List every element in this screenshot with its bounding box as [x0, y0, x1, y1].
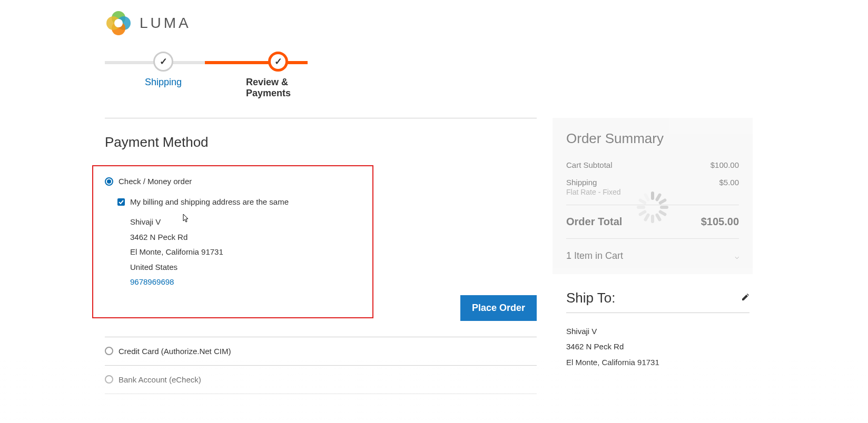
- ship-to-title: Ship To:: [566, 290, 615, 306]
- step-review-label: Review & Payments: [246, 77, 310, 99]
- progress-line-review: [205, 61, 308, 64]
- order-summary-title: Order Summary: [566, 130, 739, 147]
- order-summary-panel: Order Summary Cart Subtotal $100.00 Ship…: [553, 118, 753, 274]
- place-order-button[interactable]: Place Order: [460, 295, 537, 321]
- step-shipping[interactable]: ✓ Shipping: [145, 52, 182, 88]
- step-review-circle: ✓: [268, 52, 288, 72]
- ship-to-name: Shivaji V: [566, 324, 749, 339]
- luma-logo-icon: [105, 9, 132, 37]
- billing-street: 3462 N Peck Rd: [130, 230, 361, 245]
- summary-shipping-value: $5.00: [719, 178, 739, 187]
- summary-shipping-label: Shipping: [566, 178, 597, 187]
- step-shipping-circle: ✓: [153, 52, 173, 72]
- step-shipping-label[interactable]: Shipping: [145, 77, 182, 88]
- checkout-progress: ✓ Shipping ✓ Review & Payments: [105, 52, 310, 94]
- radio-selected-icon: [105, 177, 113, 186]
- payment-option-bank-echeck[interactable]: Bank Account (eCheck): [105, 366, 537, 394]
- summary-subtotal-label: Cart Subtotal: [566, 160, 613, 169]
- check-icon: ✓: [274, 56, 282, 67]
- payment-option-check-money-label: Check / Money order: [119, 177, 192, 186]
- edit-icon[interactable]: [741, 293, 749, 303]
- payment-option-check-money[interactable]: Check / Money order: [105, 177, 361, 188]
- checkbox-checked-icon: [117, 198, 125, 206]
- header: LUMA ✓ Shipping ✓ Review & Payments: [105, 0, 763, 98]
- payment-check-money-panel: Check / Money order My billing and shipp…: [92, 165, 373, 318]
- check-icon: ✓: [160, 56, 167, 67]
- billing-same-checkbox[interactable]: My billing and shipping address are the …: [117, 197, 361, 206]
- payment-option-bank-echeck-label: Bank Account (eCheck): [119, 375, 201, 384]
- billing-same-label: My billing and shipping address are the …: [130, 197, 289, 206]
- billing-address: Shivaji V 3462 N Peck Rd El Monte, Calif…: [117, 215, 361, 290]
- brand-logo[interactable]: LUMA: [105, 9, 763, 37]
- ship-to-panel: Ship To: Shivaji V 3462 N Peck Rd El Mon…: [553, 290, 763, 370]
- summary-subtotal-row: Cart Subtotal $100.00: [566, 156, 739, 174]
- radio-unselected-icon: [105, 375, 113, 384]
- payment-option-credit-card-label: Credit Card (Authorize.Net CIM): [119, 347, 231, 356]
- payment-method-title: Payment Method: [105, 134, 537, 150]
- ship-to-street: 3462 N Peck Rd: [566, 339, 749, 354]
- ship-to-address: Shivaji V 3462 N Peck Rd El Monte, Calif…: [566, 324, 749, 370]
- ship-to-city-state-zip: El Monte, California 91731: [566, 355, 749, 370]
- billing-city-state-zip: El Monte, California 91731: [130, 245, 361, 260]
- items-in-cart-label: 1 Item in Cart: [566, 250, 623, 261]
- step-review: ✓ Review & Payments: [246, 52, 310, 99]
- brand-name: LUMA: [140, 15, 191, 32]
- billing-name: Shivaji V: [130, 215, 361, 230]
- billing-phone[interactable]: 9678969698: [130, 275, 361, 290]
- summary-divider: [566, 238, 739, 239]
- payment-option-credit-card[interactable]: Credit Card (Authorize.Net CIM): [105, 337, 537, 366]
- section-divider: [105, 118, 537, 118]
- radio-unselected-icon: [105, 347, 113, 355]
- summary-total-label: Order Total: [566, 216, 622, 228]
- items-in-cart-toggle[interactable]: 1 Item in Cart ⌵: [566, 242, 739, 265]
- loading-spinner-icon: [637, 192, 668, 223]
- chevron-down-icon: ⌵: [735, 252, 739, 260]
- summary-subtotal-value: $100.00: [711, 160, 739, 169]
- billing-country: United States: [130, 260, 361, 275]
- summary-total-value: $105.00: [701, 216, 739, 228]
- svg-point-4: [114, 19, 123, 27]
